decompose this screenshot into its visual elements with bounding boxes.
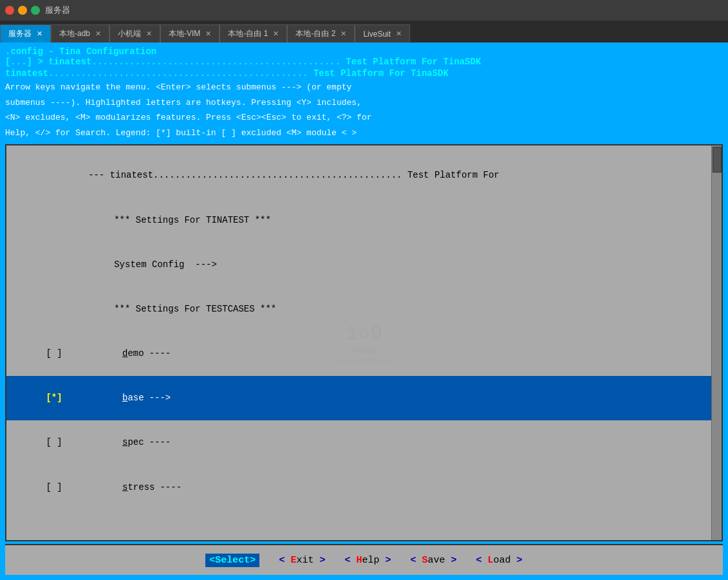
scrollbar[interactable] [711, 145, 722, 540]
desc-line1: Arrow keys navigate the menu. <Enter> se… [5, 80, 723, 95]
menu-content-box: --- tinatest............................… [5, 144, 723, 541]
maximize-button[interactable] [31, 6, 40, 15]
tab-xiaoji[interactable]: 小机端 ✕ [109, 24, 160, 42]
tab-close-local-free2[interactable]: ✕ [341, 30, 346, 38]
tab-close-xiaoji[interactable]: ✕ [146, 30, 152, 38]
menu-item-base[interactable]: [*] base ---> [6, 376, 722, 420]
tab-close-local-vim[interactable]: ✕ [205, 30, 211, 38]
menu-item-spec[interactable]: [ ] spec ---- [6, 420, 722, 465]
config-title: .config - Tina Configuration [5, 46, 723, 57]
sub-breadcrumb-line: tinatest................................… [5, 67, 723, 80]
load-button[interactable]: < Load > [476, 555, 523, 566]
menu-settings1: *** Settings For TINATEST *** [6, 198, 722, 242]
window-title: 服务器 [45, 5, 70, 16]
tab-close-server[interactable]: ✕ [37, 30, 42, 38]
desc-line4: Help, </> for Search. Legend: [*] built-… [5, 126, 723, 141]
item-bracket-demo: [ ] [45, 346, 63, 360]
menu-item-demo[interactable]: [ ] demo ---- [6, 332, 722, 376]
breadcrumb-line: [...] > tinatest........................… [5, 57, 723, 67]
terminal-header: .config - Tina Configuration [...] > tin… [3, 45, 725, 142]
item-name-base: base [68, 377, 144, 420]
scrollbar-thumb[interactable] [713, 147, 722, 173]
tab-local-vim[interactable]: 本地-VIM ✕ [160, 24, 219, 42]
item-name-demo: demo [68, 332, 144, 375]
item-bracket-spec: [ ] [45, 435, 63, 449]
item-arrow-stress: ---- [160, 480, 182, 494]
title-bar: 服务器 [0, 0, 728, 21]
select-button[interactable]: <Select> [205, 554, 259, 567]
tab-close-local-adb[interactable]: ✕ [95, 30, 101, 38]
save-button[interactable]: < Save > [411, 555, 457, 566]
item-arrow-spec: ---- [149, 435, 171, 449]
item-bracket-base: [*] [45, 391, 63, 405]
item-name-spec: spec [68, 421, 144, 464]
item-arrow-demo: ---- [149, 346, 171, 360]
tab-local-free2[interactable]: 本地-自由 2 ✕ [287, 24, 355, 42]
menu-system-config: System Config ---> [6, 242, 722, 286]
tab-bar: 服务器 ✕ 本地-adb ✕ 小机端 ✕ 本地-VIM ✕ 本地-自由 1 ✕ … [0, 21, 728, 42]
menu-area: --- tinatest............................… [6, 151, 722, 512]
menu-settings2: *** Settings For TESTCASES *** [6, 287, 722, 332]
desc-line2: submenus ----). Highlighted letters are … [5, 95, 723, 111]
menu-header: --- tinatest............................… [6, 153, 722, 198]
minimize-button[interactable] [18, 6, 27, 15]
tab-close-livesuit[interactable]: ✕ [396, 30, 402, 38]
tab-livesuit[interactable]: LiveSuit ✕ [355, 24, 410, 42]
tab-close-local-free1[interactable]: ✕ [273, 30, 279, 38]
tab-server[interactable]: 服务器 ✕ [0, 24, 51, 42]
window-controls [5, 6, 40, 15]
desc-line3: <N> excludes, <M> modularizes features. … [5, 110, 723, 126]
close-button[interactable] [5, 6, 14, 15]
exit-button[interactable]: < Exit > [279, 555, 325, 566]
bottom-toolbar: <Select> < Exit > < Help > < Save > < Lo… [5, 544, 723, 575]
tab-local-adb[interactable]: 本地-adb ✕ [51, 24, 109, 42]
item-name-stress: stress [68, 465, 154, 509]
menu-item-stress[interactable]: [ ] stress ---- [6, 465, 722, 509]
item-arrow-base: ---> [149, 391, 171, 405]
item-bracket-stress: [ ] [45, 480, 63, 494]
help-button[interactable]: < Help > [344, 555, 391, 566]
terminal-wrapper: .config - Tina Configuration [...] > tin… [0, 42, 728, 580]
tab-local-free1[interactable]: 本地-自由 1 ✕ [219, 24, 287, 42]
